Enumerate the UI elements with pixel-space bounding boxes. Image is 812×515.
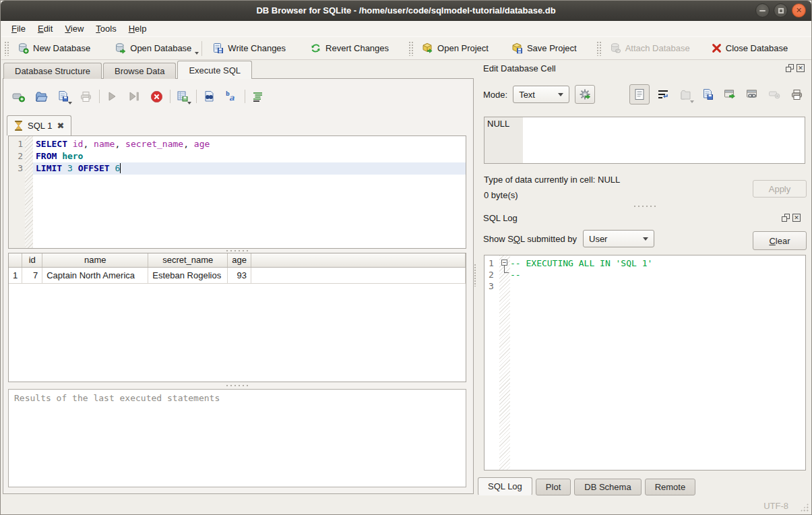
stop-button[interactable] xyxy=(148,88,165,104)
close-dock-icon[interactable]: ✕ xyxy=(797,64,805,72)
dock-resize-grip[interactable] xyxy=(474,264,476,286)
log-code: -- EXECUTING ALL IN 'SQL 1'-- xyxy=(510,255,805,470)
toolbar-grip[interactable] xyxy=(596,41,601,56)
auto-complete-icon: ba xyxy=(225,90,237,102)
column-header-secret_name[interactable]: secret_name xyxy=(148,253,228,267)
cell-content-editor[interactable]: NULL xyxy=(484,117,805,164)
save-project-button[interactable]: Save Project xyxy=(505,39,583,57)
mode-value: Text xyxy=(519,90,535,100)
code-line[interactable]: SELECT id, name, secret_name, age xyxy=(33,138,466,150)
column-header-name[interactable]: name xyxy=(42,253,148,267)
word-wrap-icon xyxy=(657,89,669,100)
tab-browse-data[interactable]: Browse Data xyxy=(103,63,176,79)
maximize-button[interactable] xyxy=(774,3,788,18)
menu-view[interactable]: View xyxy=(59,22,90,35)
cell-size-info: 0 byte(s) xyxy=(484,190,518,200)
log-line-numbers: 123 xyxy=(485,255,499,470)
apply-button: Apply xyxy=(753,180,807,198)
open-database-button[interactable]: Open Database xyxy=(108,39,197,57)
clear-log-button[interactable]: Clear xyxy=(753,231,807,250)
results-message-pane[interactable]: Results of the last executed statements xyxy=(8,389,466,487)
revert-changes-button[interactable]: Revert Changes xyxy=(304,39,395,57)
float-dock-icon[interactable] xyxy=(782,214,790,222)
code-line[interactable]: FROM hero xyxy=(33,150,466,162)
code-line[interactable]: LIMIT 3 OFFSET 6 xyxy=(33,162,466,175)
tab-db-schema[interactable]: DB Schema xyxy=(574,479,641,495)
results-grid[interactable]: idnamesecret_nameage17Captain North Amer… xyxy=(8,253,466,382)
column-header-age[interactable]: age xyxy=(228,253,251,267)
close-dock-icon[interactable]: ✕ xyxy=(792,214,801,222)
tab-plot[interactable]: Plot xyxy=(536,479,571,495)
dock-splitter[interactable] xyxy=(484,204,806,208)
export-results-dropdown-icon[interactable] xyxy=(187,102,191,104)
save-data-button[interactable] xyxy=(699,86,716,103)
auto-switch-mode-button[interactable] xyxy=(575,85,595,104)
menu-edit[interactable]: Edit xyxy=(32,22,59,35)
copy-link-button[interactable] xyxy=(743,86,761,103)
minimize-button[interactable] xyxy=(755,3,770,18)
external-window-icon xyxy=(724,89,736,100)
text-mode-button[interactable] xyxy=(629,84,650,104)
open-external-button[interactable] xyxy=(721,86,739,103)
mode-combobox[interactable]: Text xyxy=(513,86,569,103)
import-data-button xyxy=(677,86,694,103)
sql-editor-code[interactable]: SELECT id, name, secret_name, ageFROM he… xyxy=(33,136,466,248)
cell-mode-row: Mode: Text xyxy=(483,84,805,104)
menu-tools[interactable]: Tools xyxy=(90,22,122,35)
open-database-dropdown-icon[interactable] xyxy=(195,52,199,55)
close-tab-icon[interactable]: ✖ xyxy=(57,121,64,131)
new-database-icon xyxy=(18,42,29,54)
tab-sql-log[interactable]: SQL Log xyxy=(478,477,532,495)
write-changes-button[interactable]: Write Changes xyxy=(206,39,292,57)
execute-current-line-button xyxy=(125,88,143,104)
grid-message-splitter[interactable] xyxy=(8,384,466,388)
sql-editor[interactable]: 123 SELECT id, name, secret_name, ageFRO… xyxy=(8,135,466,249)
sql-file-tab[interactable]: SQL 1 ✖ xyxy=(7,115,71,135)
find-replace-button[interactable] xyxy=(200,88,218,104)
main-toolbar: New Database Open Database Write Changes… xyxy=(1,36,812,60)
row-number[interactable]: 1 xyxy=(9,267,22,283)
line-number: 1 xyxy=(489,258,499,269)
open-new-tab-button[interactable] xyxy=(10,88,28,104)
save-sql-dropdown-icon[interactable] xyxy=(68,102,72,104)
document-icon xyxy=(634,88,645,100)
table-cell[interactable]: Esteban Rogelios xyxy=(148,267,228,283)
print-cell-button[interactable] xyxy=(788,86,805,103)
tab-execute-sql[interactable]: Execute SQL xyxy=(177,61,252,79)
open-database-icon xyxy=(115,42,126,54)
close-button[interactable]: ✕ xyxy=(792,3,806,18)
toolbar-grip[interactable] xyxy=(408,41,413,56)
table-cell[interactable]: 7 xyxy=(22,267,42,283)
toolbar-grip[interactable] xyxy=(4,41,9,56)
print-button[interactable] xyxy=(77,88,94,104)
auto-complete-button[interactable]: ba xyxy=(222,88,240,104)
fold-collapse-icon[interactable]: − xyxy=(501,260,507,266)
word-wrap-button[interactable] xyxy=(654,86,672,103)
log-filter-combobox[interactable]: User xyxy=(583,230,654,247)
tab-remote[interactable]: Remote xyxy=(645,479,696,495)
log-fold-margin[interactable]: − xyxy=(499,255,510,470)
set-null-icon xyxy=(768,90,780,99)
edit-cell-title: Edit Database Cell xyxy=(483,63,783,73)
title-bar[interactable]: DB Browser for SQLite - /home/user/code/… xyxy=(1,1,811,21)
table-cell[interactable]: 93 xyxy=(228,267,251,283)
export-results-button[interactable] xyxy=(174,88,191,104)
import-dropdown-icon xyxy=(690,100,694,103)
new-database-button[interactable]: New Database xyxy=(11,39,96,57)
sql-log-view[interactable]: 123 − -- EXECUTING ALL IN 'SQL 1'-- xyxy=(484,255,806,471)
table-cell-filler xyxy=(251,267,465,283)
open-sql-file-button[interactable] xyxy=(32,88,50,104)
menu-help[interactable]: Help xyxy=(123,22,153,35)
editor-fold-margin xyxy=(25,136,33,248)
save-sql-file-button[interactable] xyxy=(55,88,72,104)
menu-file[interactable]: File xyxy=(5,22,32,35)
float-dock-icon[interactable] xyxy=(786,64,794,72)
column-header-id[interactable]: id xyxy=(22,253,42,267)
format-sql-button[interactable] xyxy=(249,88,266,104)
tab-database-structure[interactable]: Database Structure xyxy=(3,63,102,79)
execute-sql-pane: ba SQL 1 ✖ 123 SELECT id, name, secret_n… xyxy=(3,78,474,494)
table-cell[interactable]: Captain North America xyxy=(42,267,148,283)
open-project-button[interactable]: Open Project xyxy=(416,39,495,57)
import-file-icon xyxy=(680,89,691,100)
close-database-button[interactable]: Close Database xyxy=(706,40,794,57)
